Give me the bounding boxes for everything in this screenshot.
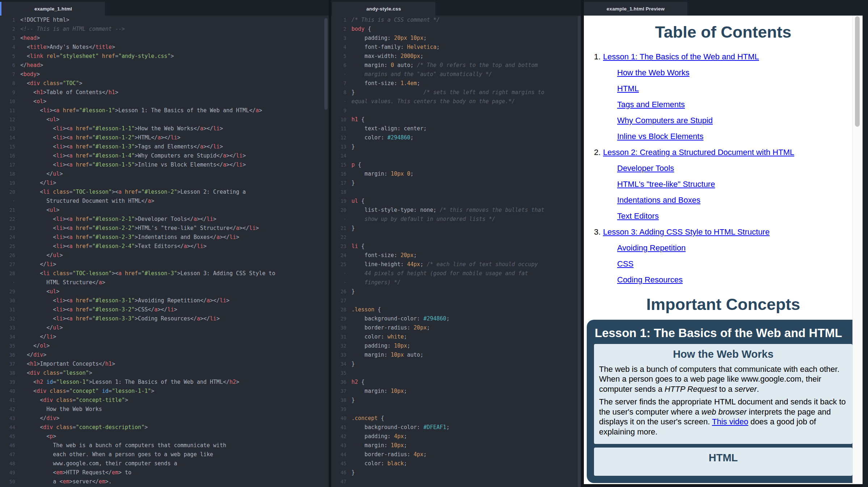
code-line (346, 151, 351, 160)
code-line: padding: 20px 10px; (346, 34, 427, 43)
preview-scrollbar-track[interactable] (852, 16, 863, 484)
line-number: 9 (331, 106, 346, 115)
toc-sublink[interactable]: How the Web Works (617, 68, 690, 77)
toc-subitem: Developer Tools (594, 160, 863, 176)
tab-example-html[interactable]: example_1.html (1, 2, 105, 16)
toc-link-lesson-1[interactable]: Lesson 1: The Basics of the Web and HTML (603, 52, 759, 62)
code-line: font-family: Helvetica; (346, 43, 440, 52)
css-editor-scrollbar-thumb[interactable] (578, 16, 581, 487)
tab-andy-style-css[interactable]: andy-style.css (332, 2, 435, 16)
code-line: p { (346, 160, 361, 169)
code-row: 27 (331, 296, 581, 305)
code-row: 24 font-size: 20px; (331, 251, 581, 260)
code-line: } (346, 224, 355, 233)
lesson-1-heading: Lesson 1: The Basics of the Web and HTML (595, 326, 852, 340)
concept-paragraph: The web is a bunch of computers that com… (599, 364, 847, 394)
code-line: padding: 10px; (346, 341, 410, 350)
code-row: 16 margin: 10px 0; (331, 169, 581, 179)
code-line: /* This is a CSS comment */ (346, 16, 440, 25)
css-code-editor[interactable]: 1/* This is a CSS comment */2body {3 pad… (331, 16, 581, 487)
code-line: <p> (15, 432, 56, 441)
code-line: text-align: center; (346, 124, 427, 133)
emphasized-term: web browser (701, 407, 747, 416)
code-row: 19 </li> (0, 179, 329, 188)
lesson-1-card: Lesson 1: The Basics of the Web and HTML… (587, 320, 860, 483)
toc-sublink[interactable]: Indentations and Boxes (617, 196, 700, 205)
code-row: 14 (331, 151, 581, 160)
pane-html-editor: example_1.html 1<!DOCTYPE html>2<!-- Thi… (0, 0, 329, 487)
code-line: <ol> (15, 97, 46, 106)
toc-sublink[interactable]: CSS (617, 259, 633, 269)
code-row: 21 <ul> (0, 206, 329, 215)
code-line: h2 { (346, 378, 365, 387)
code-line: <li><a href="#lesson-1">Lesson 1: The Ba… (15, 106, 262, 115)
code-line: <em>HTTP Request</em> to (15, 468, 131, 477)
code-row: 20 list-style-type: none; /* this remove… (331, 206, 581, 215)
tabbar-html: example_1.html (0, 0, 329, 16)
line-number: 15 (331, 160, 346, 169)
code-row: 3 padding: 20px 10px; (331, 34, 581, 43)
this-video-link[interactable]: This video (712, 417, 748, 426)
line-number: 22 (0, 215, 15, 224)
line-number: · (331, 215, 346, 224)
line-number: 1 (331, 16, 346, 25)
code-line: font-size: 1.4em; (346, 79, 420, 88)
line-number: 25 (0, 242, 15, 251)
line-number: 16 (331, 169, 346, 179)
line-number: · (0, 197, 15, 206)
pane-divider (329, 0, 331, 487)
emphasized-term: HTTP Request (665, 385, 717, 394)
code-line: border-radius: 20px; (346, 323, 430, 332)
code-row: 17} (331, 179, 581, 188)
line-number: 6 (0, 61, 15, 70)
html-editor-scrollbar-thumb[interactable] (324, 18, 328, 110)
toc-sublink[interactable]: Coding Resources (617, 275, 683, 285)
code-line: background-color: #294860; (346, 314, 450, 323)
code-line: <li class="TOC-lesson"><a href="#lesson-… (15, 188, 246, 197)
toc-sublink[interactable]: Tags and Elements (617, 100, 685, 109)
code-line (346, 369, 351, 378)
code-row: 28.lesson { (331, 305, 581, 314)
code-line: <li><a href="#lesson-3-1">Avoiding Repet… (15, 296, 229, 305)
code-line: </head> (15, 61, 43, 70)
line-number: 29 (331, 314, 346, 323)
code-line: <div class="lesson"> (15, 369, 92, 378)
code-row: 23 <li><a href="#lesson-2-2">HTML's "tre… (0, 224, 329, 233)
code-line: } (346, 396, 355, 405)
line-number: 15 (0, 142, 15, 151)
toc-link-lesson-3[interactable]: Lesson 3: Adding CSS Style to HTML Struc… (603, 227, 770, 237)
line-number: 10 (331, 115, 346, 124)
toc-link-lesson-2[interactable]: Lesson 2: Creating a Structured Document… (603, 148, 794, 157)
concept-card-how-the-web-works: How the Web Works The web is a bunch of … (594, 344, 852, 444)
toc-sublink[interactable]: Inline vs Block Elements (617, 132, 703, 141)
toc-sublink[interactable]: HTML's "tree-like" Structure (617, 180, 715, 189)
toc-sublink[interactable]: Avoiding Repetition (617, 243, 686, 253)
line-number: 3 (0, 34, 15, 43)
toc-sublink[interactable]: Text Editors (617, 211, 659, 221)
code-row: 6 margin: 0 auto; /* The 0 refers to the… (331, 61, 581, 70)
line-number: 44 (331, 450, 346, 459)
toc-item: 3.Lesson 3: Adding CSS Style to HTML Str… (594, 224, 863, 240)
code-row: 29 background-color: #294860; (331, 314, 581, 323)
line-number: 32 (0, 314, 15, 323)
line-number: 13 (331, 142, 346, 151)
tab-html-preview[interactable]: example_1.html Preview (584, 2, 687, 16)
line-number: · (331, 70, 346, 79)
code-line: <h1>Table of Contents</h1> (15, 88, 118, 97)
line-number: 4 (331, 43, 346, 52)
toc-subitem: Tags and Elements (594, 97, 863, 113)
code-row: 22 <li><a href="#lesson-2-1">Developer T… (0, 215, 329, 224)
toc-sublink[interactable]: Developer Tools (617, 164, 674, 173)
toc-sublink[interactable]: Why Computers are Stupid (617, 116, 713, 125)
toc-item: 2.Lesson 2: Creating a Structured Docume… (594, 144, 863, 160)
code-line: </div> (15, 414, 59, 423)
code-line: max-width: 2000px; (346, 52, 424, 61)
preview-scrollbar-thumb[interactable] (855, 16, 860, 127)
code-line: a <em>server</em>. (15, 477, 112, 486)
code-row: 37 <h1>Important Concepts</h1> (0, 360, 329, 369)
code-row: 22 (331, 233, 581, 242)
line-number: 9 (0, 88, 15, 97)
toc-sublink[interactable]: HTML (617, 84, 639, 93)
html-code-editor[interactable]: 1<!DOCTYPE html>2<!-- This is an HTML co… (0, 16, 329, 487)
code-row: 12 <ul> (0, 115, 329, 124)
